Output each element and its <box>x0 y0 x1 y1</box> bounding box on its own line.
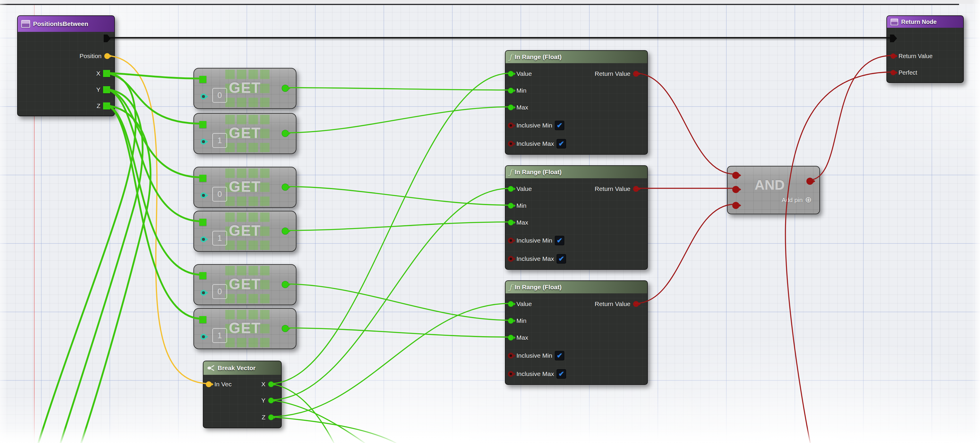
wire-bvz-to-offscreen[interactable] <box>270 417 396 443</box>
wire-get1-to-inrange1-max[interactable] <box>284 107 510 133</box>
index-input-pin[interactable] <box>200 94 207 100</box>
value-input-pin[interactable] <box>508 71 514 77</box>
index-value-box[interactable]: 1 <box>212 328 227 343</box>
inclusive-max-checkbox[interactable]: ✔ <box>557 254 566 264</box>
element-output-pin[interactable] <box>282 85 289 92</box>
inclusive-min-pin[interactable] <box>508 122 514 129</box>
index-value-box[interactable]: 1 <box>212 133 227 148</box>
index-value-box[interactable]: 1 <box>212 231 227 246</box>
node-get-y0[interactable]: GET 0 <box>193 167 296 208</box>
wire-y-to-get2[interactable] <box>106 89 202 177</box>
node-get-x1[interactable]: GET 1 <box>193 113 296 154</box>
wire-offscreen-to-perfect[interactable] <box>786 72 892 443</box>
array-input-pin[interactable] <box>199 121 207 128</box>
element-output-pin[interactable] <box>282 281 289 288</box>
index-value-box[interactable]: 0 <box>212 284 227 299</box>
wire-bvx-to-inrange1-value[interactable] <box>270 73 510 384</box>
node-get-y1[interactable]: GET 1 <box>193 211 296 252</box>
get-label: GET <box>194 79 296 96</box>
index-input-pin[interactable] <box>200 290 207 296</box>
inclusive-max-checkbox[interactable]: ✔ <box>557 139 566 148</box>
node-and[interactable]: AND Add pin ⊕ <box>727 166 820 214</box>
min-input-pin[interactable] <box>508 203 514 209</box>
index-value-box[interactable]: 0 <box>212 187 227 202</box>
wire-z-to-get5[interactable] <box>106 105 202 319</box>
return-value-output-pin[interactable] <box>633 186 639 192</box>
wire-inrange3-to-and3[interactable] <box>635 204 735 303</box>
value-input-pin[interactable] <box>508 301 514 307</box>
value-input-pin[interactable] <box>508 186 514 192</box>
wire-and-to-returnvalue[interactable] <box>809 56 892 180</box>
blueprint-canvas[interactable]: PositionIsBetween Position X Y Z GET 0 G… <box>0 0 980 443</box>
wire-get3-to-inrange2-max[interactable] <box>284 222 510 230</box>
wire-x-to-offscreen[interactable] <box>38 73 136 443</box>
node-in-range-y[interactable]: ƒ In Range (Float) Value Min Max Inclusi… <box>505 165 648 270</box>
node-get-z1[interactable]: GET 1 <box>193 308 296 349</box>
array-input-pin[interactable] <box>199 316 207 323</box>
index-value-box[interactable]: 0 <box>212 88 227 103</box>
min-input-pin[interactable] <box>508 318 514 324</box>
and-input-pin-2[interactable] <box>732 186 739 193</box>
wire-bvz-to-inrange3-value[interactable] <box>270 303 510 417</box>
node-header[interactable]: Return Node <box>887 16 963 28</box>
array-input-pin[interactable] <box>199 272 207 279</box>
inclusive-max-pin[interactable] <box>508 371 514 377</box>
element-output-pin[interactable] <box>282 130 289 137</box>
wire-get5-to-inrange3-max[interactable] <box>284 328 510 337</box>
node-in-range-z[interactable]: ƒ In Range (Float) Value Min Max Inclusi… <box>505 280 648 385</box>
node-position-is-between[interactable]: PositionIsBetween Position X Y Z <box>17 15 115 116</box>
max-input-pin[interactable] <box>508 335 514 341</box>
wire-inrange1-to-and1[interactable] <box>635 73 735 174</box>
element-output-pin[interactable] <box>282 184 289 191</box>
wire-z-to-get4[interactable] <box>106 105 202 275</box>
pin-label-inclusive-min: Inclusive Min <box>516 352 552 359</box>
exec-in-pin[interactable] <box>890 35 897 42</box>
index-input-pin[interactable] <box>200 139 207 144</box>
and-output-pin[interactable] <box>807 178 813 185</box>
inclusive-max-pin[interactable] <box>508 256 514 262</box>
return-value-input-pin[interactable] <box>891 53 896 59</box>
max-input-pin[interactable] <box>508 219 514 225</box>
inclusive-min-checkbox[interactable]: ✔ <box>555 236 564 245</box>
pin-label-min: Min <box>516 202 527 209</box>
perfect-input-pin[interactable] <box>891 70 896 75</box>
element-output-pin[interactable] <box>282 325 289 332</box>
node-get-z0[interactable]: GET 0 <box>193 264 296 305</box>
inclusive-max-pin[interactable] <box>508 141 514 147</box>
index-input-pin[interactable] <box>200 237 207 242</box>
wire-y-to-offscreen[interactable] <box>60 89 143 443</box>
node-header[interactable]: PositionIsBetween <box>18 16 114 32</box>
wire-get4-to-inrange3-min[interactable] <box>284 284 510 320</box>
and-input-pin-3[interactable] <box>732 202 739 209</box>
wire-get2-to-inrange2-min[interactable] <box>284 187 510 205</box>
inclusive-max-checkbox[interactable]: ✔ <box>557 369 566 379</box>
and-input-pin-1[interactable] <box>732 172 739 179</box>
pin-label-inclusive-max: Inclusive Max <box>516 255 554 262</box>
index-input-pin[interactable] <box>200 192 207 198</box>
node-header[interactable]: ƒ In Range (Float) <box>506 166 647 178</box>
array-input-pin[interactable] <box>199 219 207 226</box>
pin-label-y: Y <box>261 397 266 404</box>
node-get-x0[interactable]: GET 0 <box>193 68 296 109</box>
min-input-pin[interactable] <box>508 88 514 94</box>
array-input-pin[interactable] <box>199 76 207 83</box>
max-input-pin[interactable] <box>508 105 514 110</box>
element-output-pin[interactable] <box>282 227 289 235</box>
node-break-vector[interactable]: Break Vector In Vec X Y Z <box>203 360 282 428</box>
inclusive-min-pin[interactable] <box>508 238 514 243</box>
array-input-pin[interactable] <box>199 175 207 182</box>
inclusive-min-checkbox[interactable]: ✔ <box>555 121 564 130</box>
inclusive-min-pin[interactable] <box>508 352 514 359</box>
inclusive-min-checkbox[interactable]: ✔ <box>555 351 564 360</box>
add-pin-button[interactable]: Add pin ⊕ <box>781 196 812 204</box>
wire-layer <box>0 0 980 443</box>
return-value-output-pin[interactable] <box>633 301 639 307</box>
wire-get0-to-inrange1-min[interactable] <box>284 88 510 90</box>
node-header[interactable]: Break Vector <box>204 361 281 375</box>
node-header[interactable]: ƒ In Range (Float) <box>506 51 647 63</box>
node-return[interactable]: Return Node Return Value Perfect <box>886 15 964 83</box>
node-in-range-x[interactable]: ƒ In Range (Float) Value Min Max Inclusi… <box>505 50 648 155</box>
index-input-pin[interactable] <box>200 334 207 340</box>
node-header[interactable]: ƒ In Range (Float) <box>506 281 647 293</box>
in-vec-input-pin[interactable] <box>206 381 212 387</box>
